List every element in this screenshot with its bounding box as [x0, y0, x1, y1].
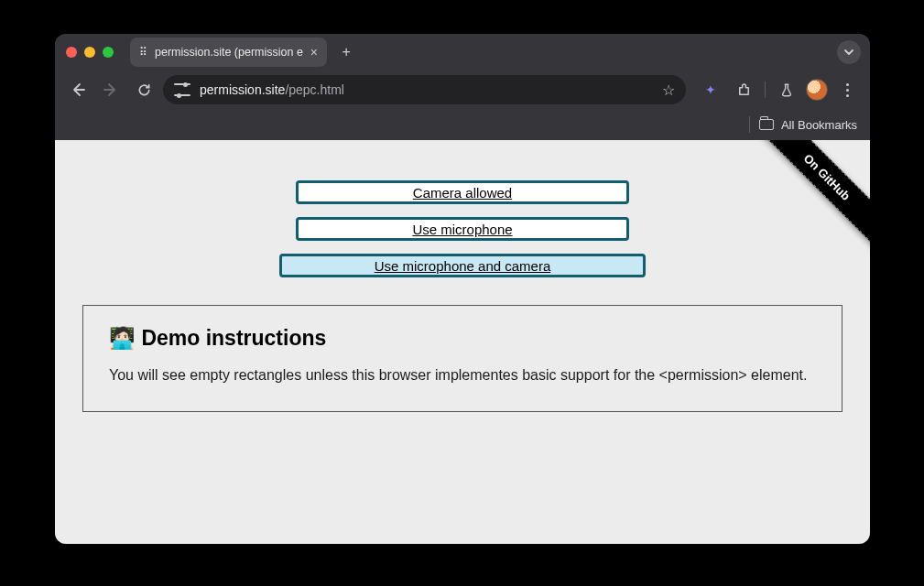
all-bookmarks-button[interactable]: All Bookmarks: [759, 118, 857, 132]
extensions-button[interactable]: [730, 76, 757, 103]
chrome-menu-button[interactable]: [833, 76, 861, 103]
window-titlebar: ⠿ permission.site (permission e × +: [55, 34, 870, 71]
permission-buttons: Camera allowed Use microphone Use microp…: [55, 180, 870, 277]
tab-close-icon[interactable]: ×: [310, 45, 318, 60]
flask-icon: [779, 82, 794, 98]
mic-and-camera-permission-label: Use microphone and camera: [375, 258, 551, 274]
bookmarks-bar: All Bookmarks: [55, 109, 870, 140]
labs-button[interactable]: [773, 76, 800, 103]
browser-window: ⠿ permission.site (permission e × + perm…: [55, 34, 870, 544]
browser-toolbar: permission.site/pepc.html ☆ ✦: [55, 71, 870, 109]
camera-permission-button[interactable]: Camera allowed: [296, 180, 629, 204]
puzzle-icon: [736, 82, 752, 98]
ai-sparkle-button[interactable]: ✦: [697, 76, 724, 103]
demo-instructions-box: 🧑🏻‍💻 Demo instructions You will see empt…: [82, 305, 842, 412]
url-bar[interactable]: permission.site/pepc.html ☆: [163, 75, 686, 104]
bookmarks-separator: [749, 116, 750, 133]
chevron-down-icon: [843, 47, 854, 58]
arrow-left-icon: [70, 81, 86, 98]
window-traffic-lights: [66, 47, 114, 58]
arrow-right-icon: [103, 81, 119, 98]
browser-tab[interactable]: ⠿ permission.site (permission e ×: [130, 38, 327, 67]
kebab-icon: [846, 83, 849, 97]
all-bookmarks-label: All Bookmarks: [781, 118, 857, 132]
toolbar-separator: [765, 81, 766, 98]
nav-back-button[interactable]: [64, 76, 92, 103]
profile-avatar[interactable]: [806, 79, 828, 101]
tab-search-button[interactable]: [837, 40, 861, 64]
window-close-button[interactable]: [66, 47, 77, 58]
instructions-body: You will see empty rectangles unless thi…: [109, 365, 816, 385]
url-text: permission.site/pepc.html: [200, 82, 344, 97]
page-content: On GitHub Camera allowed Use microphone …: [55, 140, 870, 544]
toolbar-right-actions: ✦: [697, 76, 861, 103]
nav-forward-button[interactable]: [97, 76, 125, 103]
tab-title: permission.site (permission e: [155, 46, 303, 59]
url-host: permission.site: [200, 82, 285, 97]
bookmark-star-icon[interactable]: ☆: [662, 81, 675, 99]
mic-and-camera-permission-button[interactable]: Use microphone and camera: [279, 254, 646, 277]
window-zoom-button[interactable]: [103, 47, 114, 58]
instructions-heading: 🧑🏻‍💻 Demo instructions: [109, 326, 816, 351]
new-tab-button[interactable]: +: [334, 40, 358, 64]
sparkle-icon: ✦: [705, 82, 716, 97]
nav-reload-button[interactable]: [130, 76, 158, 103]
folder-icon: [759, 119, 774, 130]
site-settings-icon[interactable]: [174, 83, 190, 96]
reload-icon: [136, 82, 152, 98]
microphone-permission-button[interactable]: Use microphone: [296, 217, 629, 241]
camera-permission-label: Camera allowed: [413, 185, 512, 201]
microphone-permission-label: Use microphone: [412, 222, 512, 237]
tab-favicon-icon: ⠿: [139, 46, 147, 59]
url-path: /pepc.html: [285, 82, 344, 97]
window-minimize-button[interactable]: [84, 47, 95, 58]
